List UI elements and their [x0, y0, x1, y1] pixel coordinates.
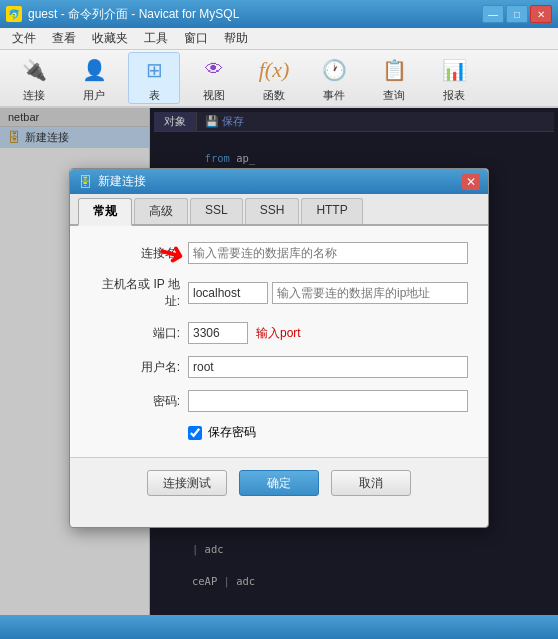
password-label: 密码: — [90, 393, 180, 410]
new-connection-dialog: 🗄 新建连接 ✕ 常规 高级 SSL SSH HTTP — [69, 168, 489, 528]
connection-name-input[interactable] — [188, 242, 468, 264]
app-icon: 🐬 — [6, 6, 22, 22]
toolbar: 🔌 连接 👤 用户 ⊞ 表 👁 视图 f(x) 函数 🕐 事件 📋 查询 📊 报… — [0, 50, 558, 108]
event-icon: 🕐 — [318, 54, 350, 86]
port-hint: 输入port — [256, 325, 301, 342]
save-password-row: 保存密码 — [188, 424, 468, 441]
toolbar-table-label: 表 — [149, 88, 160, 103]
form-row-host: 主机名或 IP 地址: — [90, 276, 468, 310]
status-bar — [0, 615, 558, 639]
menu-help[interactable]: 帮助 — [216, 28, 256, 49]
dialog-tab-advanced[interactable]: 高级 — [134, 198, 188, 224]
host-value-input[interactable] — [188, 282, 268, 304]
host-compound — [188, 282, 468, 304]
user-icon: 👤 — [78, 54, 110, 86]
password-input[interactable] — [188, 390, 468, 412]
toolbar-table[interactable]: ⊞ 表 — [128, 52, 180, 104]
menu-file[interactable]: 文件 — [4, 28, 44, 49]
toolbar-connect-label: 连接 — [23, 88, 45, 103]
form-row-username: 用户名: — [90, 356, 468, 378]
port-label: 端口: — [90, 325, 180, 342]
cancel-button[interactable]: 取消 — [331, 470, 411, 496]
menu-window[interactable]: 窗口 — [176, 28, 216, 49]
dialog-title-icon: 🗄 — [78, 174, 92, 190]
main-area: netbar 🗄 新建连接 对象 💾 保存 from ap_ | remarks… — [0, 108, 558, 615]
dialog-tabs: 常规 高级 SSL SSH HTTP — [70, 194, 488, 226]
toolbar-func-label: 函数 — [263, 88, 285, 103]
toolbar-report[interactable]: 📊 报表 — [428, 52, 480, 104]
form-row-connection-name: 连接名: — [90, 242, 468, 264]
query-icon: 📋 — [378, 54, 410, 86]
menu-view[interactable]: 查看 — [44, 28, 84, 49]
table-icon: ⊞ — [138, 54, 170, 86]
save-password-label: 保存密码 — [208, 424, 256, 441]
host-placeholder-input[interactable] — [272, 282, 468, 304]
toolbar-user-label: 用户 — [83, 88, 105, 103]
dialog-tab-ssh[interactable]: SSH — [245, 198, 300, 224]
toolbar-query-label: 查询 — [383, 88, 405, 103]
ok-button[interactable]: 确定 — [239, 470, 319, 496]
username-input[interactable] — [188, 356, 468, 378]
menu-tools[interactable]: 工具 — [136, 28, 176, 49]
toolbar-connect[interactable]: 🔌 连接 — [8, 52, 60, 104]
toolbar-view[interactable]: 👁 视图 — [188, 52, 240, 104]
minimize-button[interactable]: — — [482, 5, 504, 23]
toolbar-func[interactable]: f(x) 函数 — [248, 52, 300, 104]
dialog-footer: 连接测试 确定 取消 — [70, 457, 488, 508]
form-row-password: 密码: — [90, 390, 468, 412]
dialog-tab-ssl[interactable]: SSL — [190, 198, 243, 224]
dialog-body: ➜ 连接名: 主机名或 IP 地址: — [70, 226, 488, 457]
view-icon: 👁 — [198, 54, 230, 86]
window-controls: — □ ✕ — [482, 5, 552, 23]
form-row-port: 端口: 输入port — [90, 322, 468, 344]
dialog-tab-general[interactable]: 常规 — [78, 198, 132, 226]
dialog-title-text: 新建连接 — [98, 173, 456, 190]
toolbar-report-label: 报表 — [443, 88, 465, 103]
toolbar-query[interactable]: 📋 查询 — [368, 52, 420, 104]
close-button[interactable]: ✕ — [530, 5, 552, 23]
toolbar-view-label: 视图 — [203, 88, 225, 103]
title-bar: 🐬 guest - 命令列介面 - Navicat for MySQL — □ … — [0, 0, 558, 28]
host-label: 主机名或 IP 地址: — [90, 276, 180, 310]
toolbar-event[interactable]: 🕐 事件 — [308, 52, 360, 104]
window-title: guest - 命令列介面 - Navicat for MySQL — [28, 6, 482, 23]
toolbar-event-label: 事件 — [323, 88, 345, 103]
menu-bar: 文件 查看 收藏夹 工具 窗口 帮助 — [0, 28, 558, 50]
dialog-tab-http[interactable]: HTTP — [301, 198, 362, 224]
test-connection-button[interactable]: 连接测试 — [147, 470, 227, 496]
menu-favorites[interactable]: 收藏夹 — [84, 28, 136, 49]
port-compound: 输入port — [188, 322, 468, 344]
report-icon: 📊 — [438, 54, 470, 86]
port-input[interactable] — [188, 322, 248, 344]
connect-icon: 🔌 — [18, 54, 50, 86]
dialog-overlay: 🗄 新建连接 ✕ 常规 高级 SSL SSH HTTP — [0, 108, 558, 615]
maximize-button[interactable]: □ — [506, 5, 528, 23]
username-label: 用户名: — [90, 359, 180, 376]
red-arrow: ➜ — [154, 231, 190, 275]
func-icon: f(x) — [258, 54, 290, 86]
dialog-close-button[interactable]: ✕ — [462, 174, 480, 190]
dialog-title-bar: 🗄 新建连接 ✕ — [70, 169, 488, 194]
toolbar-user[interactable]: 👤 用户 — [68, 52, 120, 104]
save-password-checkbox[interactable] — [188, 426, 202, 440]
